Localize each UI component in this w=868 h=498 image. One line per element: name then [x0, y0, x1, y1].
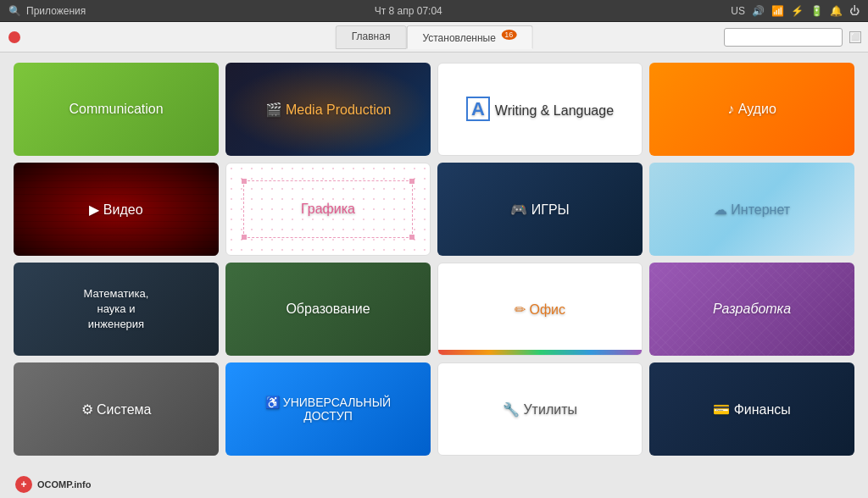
search-container: [724, 28, 843, 47]
close-button[interactable]: ×: [8, 31, 20, 43]
watermark-icon: +: [15, 476, 32, 493]
tab-main[interactable]: Главная: [336, 25, 407, 49]
card-graphics[interactable]: Графика: [225, 163, 431, 256]
search-icon: 🔍: [8, 5, 21, 17]
locale-indicator: US: [731, 5, 745, 17]
tab-installed[interactable]: Установленные 16: [406, 25, 532, 49]
power-icon: ⏻: [849, 5, 860, 17]
card-video-label: ▶ Видео: [82, 202, 149, 218]
card-media-label: 🎬 Media Production: [259, 102, 398, 118]
card-media[interactable]: 🎬 Media Production: [225, 63, 431, 156]
card-utils[interactable]: 🔧 Утилиты: [437, 362, 643, 456]
card-finance[interactable]: 💳 Финансы: [649, 362, 854, 456]
card-office-label: ✏ Офис: [508, 302, 572, 318]
writing-icon: A: [466, 97, 490, 121]
card-finance-label: 💳 Финансы: [706, 401, 798, 418]
card-office[interactable]: ✏ Офис: [437, 263, 643, 356]
card-writing-label: AWriting & Language: [459, 98, 620, 120]
card-games[interactable]: 🎮 ИГРЫ: [437, 163, 643, 256]
media-icon: 🎬: [265, 102, 286, 117]
card-universal-label: ♿ УНИВЕРСАЛЬНЫЙДОСТУП: [259, 396, 398, 423]
topbar: 🔍 Приложения Чт 8 апр 07:04 US 🔊 📶 ⚡ 🔋 🔔…: [0, 0, 868, 22]
bell-icon: 🔔: [830, 5, 843, 17]
topbar-left: 🔍 Приложения: [8, 5, 86, 17]
maximize-button[interactable]: ⬜: [849, 31, 861, 43]
card-dev-label: Разработка: [706, 302, 798, 317]
watermark-text: OCOMP.info: [37, 479, 91, 490]
card-communication[interactable]: Communication: [14, 63, 219, 156]
card-communication-label: Communication: [62, 102, 170, 117]
installed-badge: 16: [501, 30, 516, 40]
card-video[interactable]: ▶ Видео: [14, 163, 219, 256]
wifi-icon: 📶: [771, 5, 784, 17]
card-games-label: 🎮 ИГРЫ: [504, 202, 576, 218]
card-internet-label: ☁ Интернет: [707, 202, 797, 218]
card-math-label: Математика,наука иинженерия: [77, 286, 156, 333]
nav-tabs: Главная Установленные 16: [336, 25, 533, 49]
search-input[interactable]: [724, 28, 843, 47]
main-content: Communication 🎬 Media Production AWritin…: [0, 53, 868, 498]
card-system[interactable]: ⚙ Система: [14, 362, 219, 456]
card-graphics-label: Графика: [294, 202, 362, 217]
card-system-label: ⚙ Система: [75, 401, 159, 418]
card-math[interactable]: Математика,наука иинженерия: [14, 263, 219, 356]
app-title: Приложения: [26, 5, 86, 17]
volume-icon: 🔊: [752, 5, 765, 17]
card-audio-label: ♪ Аудио: [721, 102, 783, 117]
card-education[interactable]: Образование: [225, 263, 431, 356]
window-chrome: × Главная Установленные 16 ⬜: [0, 22, 868, 53]
card-utils-label: 🔧 Утилиты: [496, 401, 584, 418]
battery-icon: 🔋: [810, 5, 823, 17]
card-internet[interactable]: ☁ Интернет: [649, 163, 854, 256]
card-writing[interactable]: AWriting & Language: [437, 63, 643, 156]
card-dev[interactable]: Разработка: [649, 263, 854, 356]
card-education-label: Образование: [279, 302, 376, 317]
bluetooth-icon: ⚡: [791, 5, 804, 17]
topbar-datetime: Чт 8 апр 07:04: [375, 5, 442, 17]
app-grid: Communication 🎬 Media Production AWritin…: [14, 63, 854, 456]
card-universal[interactable]: ♿ УНИВЕРСАЛЬНЫЙДОСТУП: [225, 362, 431, 456]
watermark: + OCOMP.info: [15, 476, 91, 493]
card-audio[interactable]: ♪ Аудио: [649, 63, 854, 156]
topbar-right: US 🔊 📶 ⚡ 🔋 🔔 ⏻: [731, 5, 860, 17]
